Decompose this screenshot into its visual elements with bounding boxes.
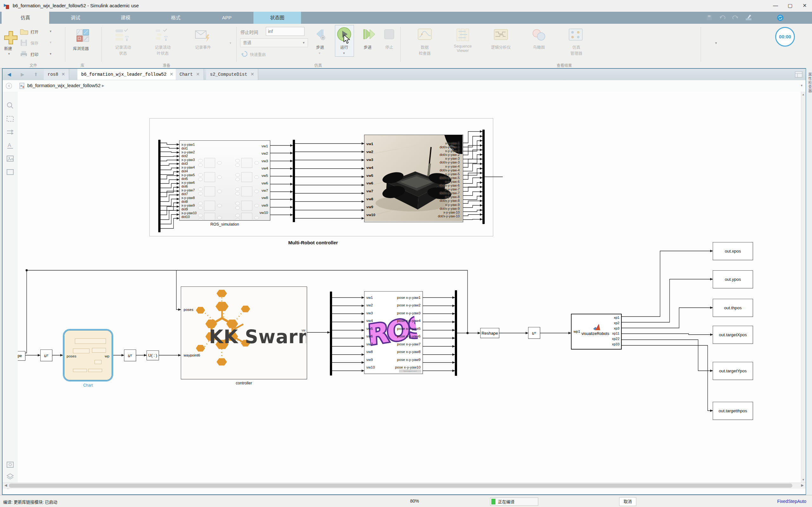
- outport-xpos[interactable]: out.xpos: [713, 242, 753, 260]
- sequence-viewer-icon: [455, 28, 470, 42]
- breadcrumb-back-icon[interactable]: [6, 83, 12, 89]
- simulink-logo-icon: [3, 3, 10, 9]
- tab-format[interactable]: 格式: [152, 12, 200, 24]
- logic-analyzer-button: 逻辑分析仪: [487, 44, 514, 50]
- robot-image-block[interactable]: vw1vw2vw3vw4vw5vw6vw7vw8vw9vw10 x-y-yaw-…: [364, 135, 463, 222]
- clipped-reshape-block[interactable]: ape: [18, 351, 26, 360]
- maximize-button[interactable]: ▢: [783, 0, 798, 11]
- solver-info[interactable]: FixedStepAuto: [777, 499, 806, 504]
- nav-up-icon[interactable]: ⬆: [32, 70, 40, 78]
- horizontal-scrollbar[interactable]: ◀ ▶: [3, 483, 806, 489]
- step-forward-icon[interactable]: [362, 27, 375, 41]
- outport-targetthpos[interactable]: out.targetthpos: [713, 402, 753, 420]
- close-tab-icon[interactable]: ✕: [251, 72, 254, 77]
- print-icon[interactable]: [20, 50, 28, 58]
- zoom-icon[interactable]: [6, 102, 14, 109]
- close-tab-icon[interactable]: ✕: [170, 72, 173, 77]
- new-dropdown[interactable]: ▼: [8, 52, 10, 55]
- selector-block[interactable]: U( : ): [147, 350, 159, 360]
- controller-out-vw: vw: [302, 329, 305, 332]
- breadcrumb-dropdown[interactable]: ▼: [800, 84, 803, 87]
- tab-statechart[interactable]: 状态图: [253, 12, 301, 24]
- tab-simulation[interactable]: 仿真: [2, 12, 49, 24]
- chart-in-port: poses: [67, 354, 77, 358]
- mux-bar-inputs[interactable]: [158, 140, 160, 232]
- screenshot-icon[interactable]: [6, 461, 14, 469]
- status-message: 编译: 更新库链接模块: 已启动: [3, 499, 57, 505]
- open-icon[interactable]: [20, 27, 29, 35]
- layers-icon[interactable]: [6, 473, 14, 481]
- controller-block[interactable]: KK Swarm poses waypoint6 vw: [181, 286, 307, 379]
- minimize-button[interactable]: —: [768, 0, 783, 11]
- mux-bar-vw[interactable]: [293, 140, 295, 222]
- cancel-button[interactable]: 取消: [619, 497, 636, 506]
- scroll-down-icon[interactable]: ▼: [802, 478, 805, 481]
- outport-ypos[interactable]: out.ypos: [713, 270, 753, 288]
- sim-mode-combo[interactable]: 普通▼: [240, 38, 308, 47]
- scroll-left-icon[interactable]: ◀: [4, 483, 7, 487]
- transpose-block-3[interactable]: uT: [528, 327, 540, 339]
- outport-targetxpos[interactable]: out.targetXpos: [713, 326, 753, 344]
- doc-tab-chart[interactable]: Chart✕: [176, 69, 204, 80]
- property-inspector-label[interactable]: 属性检查器: [807, 72, 812, 93]
- library-browser-icon[interactable]: [75, 29, 90, 43]
- doc-tab-ros8[interactable]: ros8✕: [44, 69, 69, 80]
- reshape-block[interactable]: Reshape: [480, 328, 499, 338]
- doc-tab-computedist[interactable]: s2_ComputeDist✕: [206, 69, 258, 80]
- fit-view-icon[interactable]: [6, 115, 14, 123]
- visualize-robots-block[interactable]: wp1 visualizeRobots xp1xp2xp3xp11xp22xp3…: [571, 314, 622, 349]
- scroll-up-icon[interactable]: ▲: [802, 93, 805, 96]
- close-button[interactable]: ✕: [798, 0, 812, 11]
- print-button[interactable]: 打印: [31, 51, 38, 57]
- image-icon[interactable]: [6, 155, 14, 163]
- open-button[interactable]: 打开: [31, 29, 38, 35]
- scroll-right-icon[interactable]: ▶: [801, 483, 804, 487]
- transpose-block-1[interactable]: uT: [40, 349, 52, 361]
- log-active-states-button: 记录活动状态: [111, 44, 135, 56]
- run-button[interactable]: 运行: [338, 44, 351, 50]
- ros-block[interactable]: ROS ROS vw1vw2vw3vw4vw5vw6vw7vw8vw9vw10 …: [364, 291, 423, 374]
- nav-back-icon[interactable]: ◀: [5, 70, 13, 78]
- close-tab-icon[interactable]: ✕: [196, 72, 200, 77]
- sync-icon[interactable]: [776, 14, 785, 21]
- outport-targetypos[interactable]: out.targetYpos: [713, 362, 753, 380]
- ros-simulation-label: ROS_simulation: [179, 222, 270, 227]
- tab-debug[interactable]: 调试: [52, 12, 99, 24]
- undo-icon[interactable]: [719, 14, 727, 21]
- save-quick-icon[interactable]: [705, 14, 714, 21]
- step-forward-button[interactable]: 步进: [361, 44, 374, 50]
- compile-progress: 正在编译: [490, 498, 538, 506]
- mux-bar-controller-out[interactable]: [330, 291, 332, 376]
- property-inspector-strip[interactable]: 属性检查器: [806, 68, 812, 495]
- model-canvas[interactable]: Multi-Robot controller: [18, 92, 801, 483]
- area-icon[interactable]: [6, 168, 14, 176]
- breadcrumb-path[interactable]: b6_formation_wjx_leader_follow52 ▸: [27, 83, 104, 89]
- chart-block[interactable]: poses wp: [63, 329, 113, 382]
- library-browser-button[interactable]: 库浏览器: [73, 45, 89, 51]
- controller-in-waypoint: waypoint6: [184, 353, 200, 357]
- stop-icon: [383, 28, 395, 40]
- stop-time-input[interactable]: [266, 27, 305, 36]
- ribbon-overflow-dropdown[interactable]: ▼: [715, 42, 717, 45]
- mux-bar-pose[interactable]: [455, 290, 457, 376]
- redo-icon[interactable]: [731, 14, 740, 21]
- highlight-icon[interactable]: [745, 14, 753, 21]
- open-dropdown[interactable]: ▼: [49, 30, 52, 33]
- route-icon[interactable]: [6, 128, 14, 136]
- tab-apps[interactable]: APP: [203, 12, 251, 24]
- doc-tab-main[interactable]: b6_formation_wjx_leader_follow52✕: [78, 69, 177, 80]
- ros-simulation-block[interactable]: x-y-yaw1dot1x-y-yaw2dot2x-y-yaw3dot3x-y-…: [179, 140, 270, 221]
- vertical-scrollbar[interactable]: ▲ ▼: [801, 92, 806, 483]
- docking-icon[interactable]: [795, 71, 803, 78]
- print-dropdown[interactable]: ▼: [49, 52, 52, 55]
- mux-bar-robot-out[interactable]: [483, 130, 485, 224]
- hscroll-thumb[interactable]: [9, 484, 792, 488]
- transpose-block-2[interactable]: uT: [124, 349, 136, 361]
- run-dropdown[interactable]: ▼: [343, 52, 345, 55]
- new-button[interactable]: 新建: [4, 45, 12, 51]
- nav-forward-icon[interactable]: ▶: [18, 70, 27, 78]
- tab-modeling[interactable]: 建模: [102, 12, 149, 24]
- close-tab-icon[interactable]: ✕: [61, 72, 65, 77]
- annotation-icon[interactable]: A: [6, 142, 14, 149]
- outport-thpos[interactable]: out.thpos: [713, 299, 753, 317]
